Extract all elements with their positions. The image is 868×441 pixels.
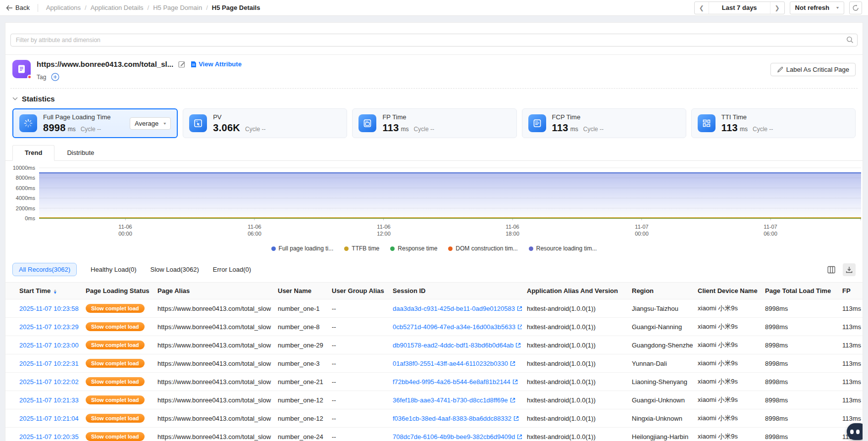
page-alias-cell: https://www.bonree0413.com/total_slow	[153, 373, 273, 391]
chevron-down-icon: ▾	[163, 121, 166, 126]
column-header[interactable]: Region	[627, 283, 693, 299]
column-header[interactable]: User Group Alias	[327, 283, 388, 299]
statistics-section-toggle[interactable]: Statistics	[12, 95, 856, 103]
legend-label: Resource loading tim...	[536, 245, 597, 252]
table-row: 2025-11-07 10:21:33 Slow complet load ht…	[5, 391, 863, 409]
breadcrumb-item[interactable]: Application Details	[91, 4, 144, 11]
dashed-divider	[10, 88, 858, 89]
range-prev-icon[interactable]: ❮	[695, 2, 709, 14]
legend-item[interactable]: Response time	[390, 245, 437, 252]
column-header[interactable]: FP	[837, 283, 863, 299]
total-load-cell: 8998ms	[760, 354, 837, 373]
page-alias-cell: https://www.bonree0413.com/total_slow	[153, 354, 273, 373]
session-id-link[interactable]: 0cb5271d-4096-47ed-a34e-16d00a3b5633	[393, 323, 522, 331]
record-tabs: All Records(3062)Healthy Load(0)Slow Loa…	[12, 263, 251, 276]
legend-label: TTFB time	[352, 245, 379, 252]
app-version-cell: hxltest-android(1.0.0(1))	[522, 409, 627, 428]
refresh-mode-select[interactable]: Not refresh ▾	[790, 1, 844, 14]
fp-cell: 113ms	[837, 299, 863, 318]
view-attribute-link[interactable]: View Attribute	[191, 60, 242, 68]
stat-card-tti-time[interactable]: TTI Time 113 ms Cycle --	[691, 108, 856, 138]
session-id-link[interactable]: 36fef18b-aae3-4741-b730-d8cc1d8ff69e	[393, 396, 515, 404]
record-tab-error-load-0-[interactable]: Error Load(0)	[213, 266, 251, 273]
label-critical-page-button[interactable]: Label As Critical Page	[770, 63, 856, 76]
main-panel: https://www.bonree0413.com/total_sl... V…	[5, 22, 863, 441]
stat-card-unit: ms	[68, 126, 76, 133]
stat-card-full-page-loading-time[interactable]: Full Page Loading Time 8998 ms Cycle -- …	[12, 108, 178, 138]
start-time-link[interactable]: 2025-11-07 10:22:31	[19, 360, 79, 367]
stat-card-label: PV	[213, 113, 341, 121]
back-button[interactable]: Back	[6, 4, 30, 11]
breadcrumb-item[interactable]: H5 Page Details	[212, 4, 260, 11]
user-name-cell: number_one-29	[273, 336, 327, 354]
refresh-button[interactable]	[849, 1, 862, 14]
edit-icon[interactable]	[178, 60, 186, 68]
record-tab-slow-load-3062-[interactable]: Slow Load(3062)	[151, 266, 199, 273]
column-settings-button[interactable]	[825, 263, 838, 276]
status-badge: Slow complet load	[86, 359, 145, 368]
session-id-link[interactable]: 708dc7de-6106-4b9b-bee9-382cb6d9409d	[393, 433, 522, 441]
date-range-picker[interactable]: ❮ Last 7 days ❯	[694, 1, 785, 14]
stat-card-pv[interactable]: PV 3.06K Cycle --	[183, 108, 347, 138]
device-cell: xiaomi 小米9s	[693, 318, 760, 336]
region-cell: Ningxia-Unknown	[627, 409, 693, 428]
stat-card-fcp-time[interactable]: FCP Time 113 ms Cycle --	[522, 108, 686, 138]
column-header[interactable]: Application Alias And Version	[522, 283, 627, 299]
start-time-link[interactable]: 2025-11-07 10:21:04	[19, 415, 79, 422]
aggregation-select[interactable]: Average▾	[130, 117, 171, 130]
column-header[interactable]: Start Time▲▼	[5, 283, 81, 299]
start-time-link[interactable]: 2025-11-07 10:20:35	[19, 433, 79, 441]
download-button[interactable]	[843, 263, 856, 276]
record-tab-all-records-3062-[interactable]: All Records(3062)	[12, 263, 77, 276]
column-header[interactable]: Session ID	[388, 283, 522, 299]
start-time-link[interactable]: 2025-11-07 10:22:02	[19, 378, 79, 386]
records-table: Start Time▲▼Page Loading StatusPage Alia…	[5, 282, 863, 441]
session-id-link[interactable]: f036e1cb-38ed-4aaf-8383-8ba6ddc88332	[393, 415, 519, 422]
fcp-icon	[528, 114, 546, 132]
fp-cell: 113ms	[837, 373, 863, 391]
device-cell: xiaomi 小米9s	[693, 299, 760, 318]
start-time-link[interactable]: 2025-11-07 10:23:58	[19, 305, 79, 312]
date-range-label[interactable]: Last 7 days	[709, 2, 770, 14]
session-id-link[interactable]: daa3da3d-c931-425d-be11-0ad9e0120583	[393, 305, 522, 312]
legend-item[interactable]: Resource loading tim...	[529, 245, 597, 252]
session-id-link[interactable]: db901578-ead2-4ddc-bdf1-83bd6b0d64ab	[393, 342, 521, 349]
page-title: https://www.bonree0413.com/total_sl...	[37, 60, 173, 68]
column-header[interactable]: Page Loading Status	[81, 283, 153, 299]
legend-item[interactable]: Full page loading ti...	[271, 245, 334, 252]
device-cell: xiaomi 小米9s	[693, 373, 760, 391]
device-cell: xiaomi 小米9s	[693, 336, 760, 354]
stat-card-fp-time[interactable]: FP Time 113 ms Cycle --	[352, 108, 516, 138]
tab-distribute[interactable]: Distribute	[54, 145, 106, 160]
filter-input[interactable]	[10, 34, 858, 47]
breadcrumb-item[interactable]: H5 Page Domain	[153, 4, 202, 11]
tag-label: Tag	[37, 74, 46, 81]
record-tab-healthy-load-0-[interactable]: Healthy Load(0)	[91, 266, 137, 273]
status-badge: Slow complet load	[86, 414, 145, 423]
session-id-link[interactable]: f72bb4ed-9f95-4a26-b544-6e8af81b2144	[393, 378, 518, 386]
start-time-link[interactable]: 2025-11-07 10:23:00	[19, 342, 79, 349]
column-header[interactable]: Page Total Load Time	[760, 283, 837, 299]
start-time-link[interactable]: 2025-11-07 10:23:29	[19, 323, 79, 331]
add-tag-icon[interactable]	[51, 73, 59, 81]
external-link-icon	[515, 343, 521, 348]
legend-item[interactable]: DOM construction tim...	[448, 245, 517, 252]
sort-icon[interactable]: ▲▼	[53, 289, 57, 294]
assistant-widget[interactable]	[847, 423, 863, 440]
chart-plot[interactable]	[39, 166, 861, 224]
column-header[interactable]: Page Alias	[153, 283, 273, 299]
column-header[interactable]: Client Device Name	[693, 283, 760, 299]
breadcrumb-item[interactable]: Applications	[46, 4, 81, 11]
status-badge: Slow complet load	[86, 341, 145, 349]
search-icon[interactable]	[846, 36, 854, 44]
legend-item[interactable]: TTFB time	[344, 245, 379, 252]
user-group-cell: --	[327, 354, 388, 373]
chart-legend: Full page loading ti... TTFB time Respon…	[5, 245, 863, 252]
trend-tabs: TrendDistribute	[5, 145, 863, 161]
session-id-link[interactable]: 01af38f0-2551-43ff-ae44-6110232b0330	[393, 360, 515, 367]
tab-trend[interactable]: Trend	[12, 145, 54, 161]
column-header[interactable]: User Name	[273, 283, 327, 299]
legend-dot-icon	[529, 246, 533, 251]
start-time-link[interactable]: 2025-11-07 10:21:33	[19, 396, 79, 404]
range-next-icon[interactable]: ❯	[770, 2, 784, 14]
